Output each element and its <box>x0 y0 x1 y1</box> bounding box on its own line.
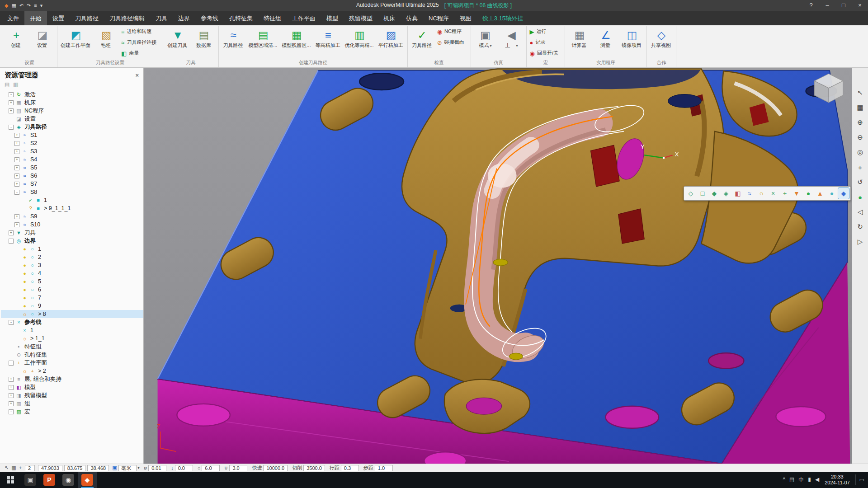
tree-expander[interactable]: - <box>9 92 14 97</box>
tree-item[interactable]: + ≈ S1 <box>1 131 143 139</box>
tree-item[interactable]: ● ○ 3 <box>1 261 143 269</box>
ribbon-tab[interactable]: 文件 <box>2 11 24 25</box>
ribbon-tab[interactable]: 工作平面 <box>287 11 321 25</box>
tree-item[interactable]: ⊙ 孔特征集 <box>1 351 143 359</box>
ribbon-button[interactable]: ▥ 优化等高精... <box>343 26 376 59</box>
tree-expander[interactable]: - <box>9 361 14 366</box>
pick-icon[interactable]: ↖ <box>5 465 9 471</box>
globe-green-icon[interactable]: ● <box>854 191 866 203</box>
ribbon-button[interactable]: ◉ 回显开/关 <box>528 48 563 59</box>
tray-icon[interactable]: ▤ <box>789 476 794 484</box>
notification-center-icon[interactable]: ▭ <box>855 474 864 485</box>
ribbon-button[interactable]: ◪ 设置 <box>30 26 55 59</box>
ribbon-button[interactable]: ▤ 数据库 <box>191 26 217 59</box>
ribbon-button[interactable]: ▧ 毛坯 <box>94 26 119 59</box>
tree-item[interactable]: + ▤ NC程序 <box>1 107 143 115</box>
dropdown-arrow-icon[interactable]: ▾ <box>138 466 140 470</box>
status-field[interactable]: ⌀ 0.01 <box>144 465 167 471</box>
tree-item[interactable]: + ≈ S9 <box>1 212 143 221</box>
maximize-button[interactable]: □ <box>835 0 852 11</box>
tree-item[interactable]: ✓ ■ 1 <box>1 196 143 204</box>
ribbon-tab[interactable]: NC程序 <box>423 11 454 25</box>
ribbon-tab[interactable]: 残留模型 <box>344 11 378 25</box>
tree-item[interactable]: ● ○ 2 <box>1 253 143 261</box>
tree-expander[interactable]: - <box>9 125 14 130</box>
tree-item[interactable]: + ≈ S5 <box>1 164 143 172</box>
tree-item[interactable]: × 1 <box>1 326 143 334</box>
view-cube[interactable] <box>811 70 846 106</box>
tray-icon[interactable]: ▮ <box>808 476 811 484</box>
taskbar-clock[interactable]: 20:33 2024-11-07 <box>825 474 849 486</box>
redo-icon[interactable]: ↷ <box>27 0 31 11</box>
tree-item[interactable]: ● ○ 4 <box>1 269 143 277</box>
zoom-fit-icon[interactable]: ◎ <box>854 146 866 158</box>
tree-item[interactable]: + ≈ S6 <box>1 172 143 180</box>
sphere-green-icon[interactable]: ● <box>803 188 814 199</box>
ribbon-tab[interactable]: 边界 <box>173 11 195 25</box>
viewport-3d-scene[interactable]: Z Y X <box>144 68 852 464</box>
tree-expander[interactable]: + <box>14 165 19 170</box>
tree-item[interactable]: + ≈ S2 <box>1 139 143 147</box>
prev-view-icon[interactable]: ◁ <box>854 206 866 218</box>
status-field[interactable]: 行距 0.3 <box>330 465 359 471</box>
ribbon-button[interactable]: ◇ 共享视图 <box>649 26 674 59</box>
tree-item[interactable]: + ◧ 模型 <box>1 383 143 391</box>
tree-expander[interactable]: + <box>14 214 19 219</box>
tree-item[interactable]: + ≈ S10 <box>1 221 143 229</box>
boundary-vis-icon[interactable]: ○ <box>756 188 767 199</box>
tray-icon[interactable]: ◀ <box>815 476 819 484</box>
tree-expander[interactable]: + <box>14 157 19 162</box>
tree-expander[interactable]: + <box>9 230 14 235</box>
tree-item[interactable]: ☼ + > 2 <box>1 367 143 375</box>
tray-icon[interactable]: 中 <box>798 476 804 484</box>
tray-icon[interactable]: ^ <box>783 476 785 484</box>
undo-icon[interactable]: ↶ <box>19 0 24 11</box>
status-field[interactable]: 切削 3500.0 <box>292 465 325 471</box>
tool-vis-icon[interactable]: ▼ <box>791 188 802 199</box>
shaded-edges-icon[interactable]: ◈ <box>721 188 731 199</box>
ribbon-button[interactable]: ⊘ 碰撞截面 <box>436 37 469 48</box>
status-field[interactable]: 快进 10000.0 <box>252 465 288 471</box>
customize-icon[interactable]: ▾ <box>40 0 43 11</box>
tree-item[interactable]: + ▦ 机床 <box>1 99 143 107</box>
taskbar-app-powermill[interactable]: ◆ <box>78 472 97 488</box>
status-field[interactable]: ▣ 毫米 ▾ <box>112 465 139 471</box>
tree-expander[interactable]: + <box>14 141 19 146</box>
ribbon-button[interactable]: ◫ 镜像项目 <box>619 26 645 59</box>
ribbon-button[interactable]: ≈ 刀具路径连接 <box>120 37 161 48</box>
ribbon-button[interactable]: + 创建 <box>4 26 29 59</box>
zoom-in-icon[interactable]: ⊕ <box>854 117 866 128</box>
tree-item[interactable]: - ↻ 激活 <box>1 90 143 99</box>
zoom-window-icon[interactable]: ▦ <box>854 102 866 113</box>
tree-expander[interactable]: + <box>9 385 14 390</box>
tree-item[interactable]: ● ○ 6 <box>1 286 143 294</box>
ribbon-button[interactable]: ≡ 等高精加工 <box>314 26 342 59</box>
ribbon-tab[interactable]: 设置 <box>47 11 70 25</box>
toolpath-vis-icon[interactable]: ≈ <box>744 188 755 199</box>
taskbar-app-viewer[interactable]: ◉ <box>59 472 78 488</box>
ribbon-button[interactable]: ∠ 测量 <box>593 26 618 59</box>
tree-item[interactable]: + ≈ S3 <box>1 147 143 155</box>
rotate-icon[interactable]: ↺ <box>854 176 866 188</box>
tree-item[interactable]: ● ○ 9 <box>1 302 143 310</box>
ribbon-button[interactable]: ▣ 模式▾ <box>473 26 498 59</box>
ribbon-tab[interactable]: 刀具 <box>150 11 173 25</box>
tree-expander[interactable]: + <box>14 182 19 187</box>
tree-expander[interactable]: + <box>9 100 14 105</box>
tree-item[interactable]: + ◨ 残留模型 <box>1 391 143 399</box>
status-field[interactable]: ∪ 3.0 <box>224 465 247 471</box>
save-icon[interactable]: ▦ <box>11 0 16 11</box>
tree-item[interactable]: + ≈ S4 <box>1 155 143 164</box>
tree-expander[interactable]: + <box>14 133 19 138</box>
ribbon-button[interactable]: ◧ 余量 <box>120 48 161 59</box>
sphere-teal-icon[interactable]: ● <box>826 188 837 199</box>
ribbon-tab[interactable]: 视图 <box>454 11 477 25</box>
tree-item[interactable]: ☼ ○ > 8 <box>1 310 143 318</box>
zoom-out-icon[interactable]: ⊖ <box>854 131 866 143</box>
tree-item[interactable]: ● ○ 5 <box>1 277 143 286</box>
ribbon-tab[interactable]: 仿真 <box>401 11 423 25</box>
ribbon-tab[interactable]: 特征组 <box>258 11 287 25</box>
status-field[interactable]: ↓ 0.0 <box>171 465 193 471</box>
tree-expander[interactable]: - <box>9 320 14 325</box>
ribbon-tab[interactable]: 开始 <box>24 11 47 25</box>
